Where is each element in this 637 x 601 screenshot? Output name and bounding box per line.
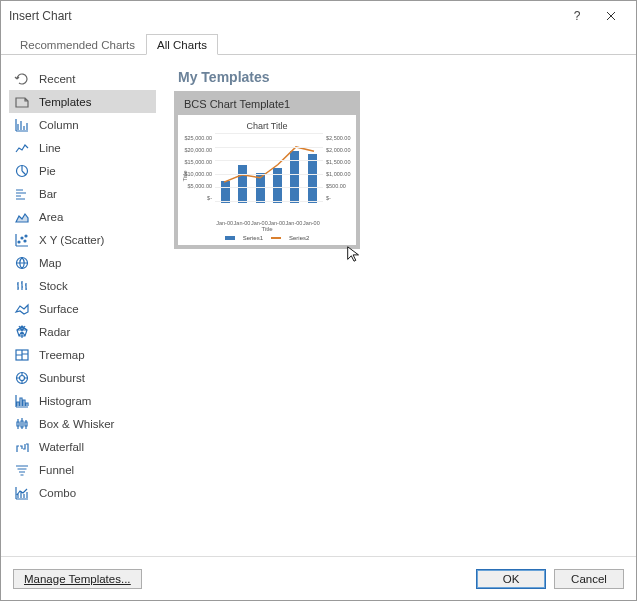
sidebar-item-label: Surface: [39, 303, 79, 315]
bar-icon: [13, 186, 31, 202]
sidebar-item-label: Treemap: [39, 349, 85, 361]
sidebar-item-treemap[interactable]: Treemap: [9, 343, 156, 366]
histogram-icon: [13, 393, 31, 409]
footer: Manage Templates... OK Cancel: [1, 556, 636, 600]
sidebar-item-label: Map: [39, 257, 61, 269]
sidebar-item-label: Line: [39, 142, 61, 154]
waterfall-icon: [13, 439, 31, 455]
sidebar-item-label: Histogram: [39, 395, 91, 407]
plot-area: [215, 133, 323, 203]
template-name: BCS Chart Template1: [178, 95, 356, 115]
window-title: Insert Chart: [9, 9, 560, 23]
sidebar-item-label: Waterfall: [39, 441, 84, 453]
map-icon: [13, 255, 31, 271]
y-ticks-left: $25,000.00 $20,000.00 $15,000.00 $10,000…: [184, 133, 214, 201]
svg-point-1: [18, 241, 20, 243]
sidebar-item-radar[interactable]: Radar: [9, 320, 156, 343]
sidebar-item-label: Recent: [39, 73, 75, 85]
chart-preview: Chart Title Title $25,000.00 $20,000.00 …: [178, 115, 356, 245]
sidebar-item-line[interactable]: Line: [9, 136, 156, 159]
sidebar-item-templates[interactable]: Templates: [9, 90, 156, 113]
svg-point-2: [21, 237, 23, 239]
y-ticks-right: $2,500.00 $2,000.00 $1,500.00 $1,000.00 …: [324, 133, 350, 201]
sidebar-item-label: Stock: [39, 280, 68, 292]
sidebar-item-bar[interactable]: Bar: [9, 182, 156, 205]
legend: Series1 Series2: [184, 235, 350, 241]
cancel-button[interactable]: Cancel: [554, 569, 624, 589]
recent-icon: [13, 71, 31, 87]
ok-button[interactable]: OK: [476, 569, 546, 589]
close-button[interactable]: [594, 2, 628, 30]
sidebar-item-scatter[interactable]: X Y (Scatter): [9, 228, 156, 251]
sidebar-item-pie[interactable]: Pie: [9, 159, 156, 182]
sidebar-item-label: Radar: [39, 326, 70, 338]
sidebar-item-funnel[interactable]: Funnel: [9, 458, 156, 481]
sidebar-item-histogram[interactable]: Histogram: [9, 389, 156, 412]
sidebar-item-label: Area: [39, 211, 63, 223]
titlebar: Insert Chart ?: [1, 1, 636, 31]
stock-icon: [13, 278, 31, 294]
box-whisker-icon: [13, 416, 31, 432]
content: Recent Templates Column Line Pie Bar Are…: [1, 55, 636, 557]
sidebar-item-stock[interactable]: Stock: [9, 274, 156, 297]
main-pane: My Templates BCS Chart Template1 Chart T…: [156, 55, 636, 557]
sidebar-item-area[interactable]: Area: [9, 205, 156, 228]
sidebar-item-label: Pie: [39, 165, 56, 177]
tab-all-charts[interactable]: All Charts: [146, 34, 218, 55]
svg-point-3: [24, 240, 26, 242]
x-axis-label: Title: [184, 226, 350, 232]
tabs: Recommended Charts All Charts: [1, 31, 636, 55]
area-icon: [13, 209, 31, 225]
sidebar-item-label: Funnel: [39, 464, 74, 476]
sidebar-item-box-whisker[interactable]: Box & Whisker: [9, 412, 156, 435]
sidebar-item-label: Sunburst: [39, 372, 85, 384]
sidebar-item-label: Bar: [39, 188, 57, 200]
section-title: My Templates: [174, 69, 618, 85]
scatter-icon: [13, 232, 31, 248]
svg-point-4: [25, 235, 27, 237]
treemap-icon: [13, 347, 31, 363]
sidebar-item-label: Combo: [39, 487, 76, 499]
sidebar-item-recent[interactable]: Recent: [9, 67, 156, 90]
legend-swatch-series1: [225, 236, 235, 240]
legend-swatch-series2: [271, 237, 281, 239]
sidebar-item-column[interactable]: Column: [9, 113, 156, 136]
combo-icon: [13, 485, 31, 501]
chart-template-thumbnail[interactable]: BCS Chart Template1 Chart Title Title $2…: [174, 91, 360, 249]
radar-icon: [13, 324, 31, 340]
line-icon: [13, 140, 31, 156]
funnel-icon: [13, 462, 31, 478]
chart-title: Chart Title: [184, 121, 350, 131]
sidebar-item-surface[interactable]: Surface: [9, 297, 156, 320]
sidebar-item-label: Box & Whisker: [39, 418, 114, 430]
close-icon: [606, 11, 616, 21]
sidebar-item-waterfall[interactable]: Waterfall: [9, 435, 156, 458]
sidebar-item-label: Templates: [39, 96, 91, 108]
sidebar-item-sunburst[interactable]: Sunburst: [9, 366, 156, 389]
tab-recommended-charts[interactable]: Recommended Charts: [9, 34, 146, 55]
sunburst-icon: [13, 370, 31, 386]
sidebar-item-combo[interactable]: Combo: [9, 481, 156, 504]
y-axis-label-left: Title: [182, 170, 188, 181]
sidebar-item-label: X Y (Scatter): [39, 234, 104, 246]
sidebar-item-map[interactable]: Map: [9, 251, 156, 274]
pie-icon: [13, 163, 31, 179]
chart-type-list: Recent Templates Column Line Pie Bar Are…: [1, 55, 156, 557]
sidebar-item-label: Column: [39, 119, 79, 131]
column-icon: [13, 117, 31, 133]
svg-point-7: [20, 375, 25, 380]
help-button[interactable]: ?: [560, 2, 594, 30]
surface-icon: [13, 301, 31, 317]
templates-icon: [13, 94, 31, 110]
manage-templates-button[interactable]: Manage Templates...: [13, 569, 142, 589]
